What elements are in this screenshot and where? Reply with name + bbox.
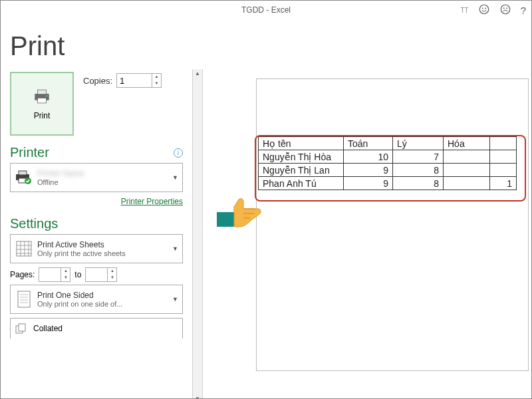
frown-face-icon[interactable] <box>499 3 511 17</box>
svg-point-1 <box>482 8 483 9</box>
chevron-down-icon: ▼ <box>172 296 178 303</box>
svg-point-3 <box>501 5 510 14</box>
printer-properties-link[interactable]: Printer Properties <box>121 197 183 206</box>
table-header <box>490 137 517 150</box>
chevron-down-icon: ▼ <box>172 245 178 252</box>
pages-label: Pages: <box>10 270 35 279</box>
sheets-icon <box>15 239 33 258</box>
copies-label: Copies: <box>83 76 112 86</box>
pointing-hand-icon <box>217 192 263 229</box>
svg-rect-8 <box>37 98 46 102</box>
options-scrollbar[interactable]: ▲ ▼ <box>192 69 203 399</box>
printer-icon <box>33 87 51 106</box>
settings-heading-row: Settings <box>10 216 183 231</box>
titlebar: TGDD - Excel TT ? <box>1 1 531 19</box>
what-to-print-sub: Only print the active sheets <box>37 249 168 257</box>
spinner-down-icon[interactable]: ▼ <box>152 80 161 87</box>
preview-page: Họ tên Toán Lý Hóa Nguyễn Thị Hòa 10 7 N… <box>256 78 529 371</box>
table-row: Họ tên Toán Lý Hóa <box>259 137 517 150</box>
chevron-down-icon: ▼ <box>172 174 178 181</box>
collated-title: Collated <box>33 324 63 333</box>
copies-spinner[interactable]: ▲▼ <box>116 73 162 88</box>
spinner-down-icon[interactable]: ▼ <box>61 275 70 281</box>
smile-face-icon[interactable] <box>478 3 490 17</box>
table-row: Nguyễn Thị Hòa 10 7 <box>259 150 517 164</box>
settings-heading: Settings <box>10 216 58 231</box>
collated-icon <box>15 321 29 336</box>
print-options-panel: Print Copies: ▲▼ Printer i Printer Name … <box>1 69 192 399</box>
titlebar-right: TT ? <box>460 3 526 17</box>
spinner-up-icon[interactable]: ▲ <box>61 268 70 275</box>
svg-point-4 <box>503 8 504 9</box>
info-icon[interactable]: i <box>174 148 183 158</box>
table-row: Nguyễn Thị Lan 9 8 <box>259 164 517 177</box>
pages-to-input[interactable] <box>86 268 107 281</box>
pages-from-spinner[interactable]: ▲▼ <box>39 267 70 282</box>
collated-dropdown[interactable]: Collated <box>10 318 183 338</box>
scroll-down-icon[interactable]: ▼ <box>195 394 200 399</box>
table-row: Phan Anh Tú 9 8 1 <box>259 177 517 190</box>
printer-dropdown[interactable]: Printer Name Offline ▼ <box>10 163 183 192</box>
svg-point-0 <box>479 5 489 14</box>
page-title: Print <box>1 19 531 69</box>
app-title: TGDD - Excel <box>241 5 291 15</box>
print-button[interactable]: Print <box>10 72 74 136</box>
spinner-up-icon[interactable]: ▲ <box>108 268 116 275</box>
account-initials[interactable]: TT <box>460 7 468 14</box>
copies-input[interactable] <box>117 74 152 87</box>
svg-rect-7 <box>37 90 46 94</box>
pages-to-spinner[interactable]: ▲▼ <box>85 267 117 282</box>
what-to-print-title: Print Active Sheets <box>37 240 168 249</box>
svg-rect-11 <box>19 171 27 175</box>
printer-heading: Printer <box>10 145 49 160</box>
sides-dropdown[interactable]: Print One Sided Only print on one side o… <box>10 285 183 314</box>
printer-status-icon <box>15 168 33 187</box>
sides-title: Print One Sided <box>37 291 168 300</box>
svg-rect-17 <box>19 324 25 331</box>
table-header: Lý <box>393 137 444 150</box>
pages-to-label: to <box>74 270 81 279</box>
help-icon[interactable]: ? <box>521 5 526 16</box>
printer-heading-row: Printer i <box>10 145 183 160</box>
sides-sub: Only print on one side of... <box>37 300 168 308</box>
print-button-label: Print <box>34 111 51 120</box>
table-header: Họ tên <box>259 137 344 150</box>
what-to-print-dropdown[interactable]: Print Active Sheets Only print the activ… <box>10 234 183 263</box>
pages-from-input[interactable] <box>39 268 61 281</box>
scroll-up-icon[interactable]: ▲ <box>195 69 200 78</box>
table-header: Toán <box>344 137 393 150</box>
pages-row: Pages: ▲▼ to ▲▼ <box>10 267 192 282</box>
printer-status: Offline <box>37 178 168 186</box>
svg-point-5 <box>507 8 507 9</box>
one-sided-icon <box>15 290 33 309</box>
table-header: Hóa <box>444 137 490 150</box>
spinner-up-icon[interactable]: ▲ <box>152 74 161 80</box>
printer-name: Printer Name <box>37 169 168 178</box>
spinner-down-icon[interactable]: ▼ <box>108 275 116 281</box>
svg-rect-18 <box>217 212 234 227</box>
print-preview-pane: Họ tên Toán Lý Hóa Nguyễn Thị Hòa 10 7 N… <box>203 69 531 399</box>
svg-point-2 <box>485 8 486 9</box>
svg-rect-15 <box>18 291 30 307</box>
svg-point-9 <box>46 95 47 96</box>
preview-table: Họ tên Toán Lý Hóa Nguyễn Thị Hòa 10 7 N… <box>258 136 517 190</box>
svg-rect-14 <box>17 241 31 256</box>
